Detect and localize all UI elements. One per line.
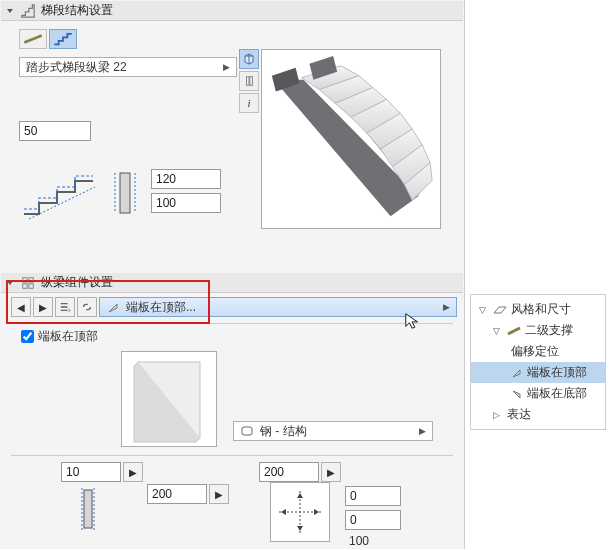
tree-item-secondary[interactable]: ▽ 二级支撑: [471, 320, 605, 341]
section-title: 梯段结构设置: [41, 2, 113, 19]
preview-3d: [261, 49, 441, 229]
collapse-icon: ▼: [5, 279, 15, 287]
profile-side-icon: [113, 169, 137, 217]
profile-step-icon: [19, 169, 99, 221]
offset-x-input[interactable]: [345, 486, 401, 506]
link-button[interactable]: [77, 297, 97, 317]
plate-height-input[interactable]: [259, 462, 319, 482]
svg-rect-2: [120, 173, 130, 213]
plate-width-input[interactable]: [147, 484, 207, 504]
width-step-icon[interactable]: ▶: [209, 484, 229, 504]
tree-item-expression[interactable]: ▷ 表达: [471, 404, 605, 425]
thickness-diagram: [62, 482, 142, 536]
next-button[interactable]: ▶: [33, 297, 53, 317]
svg-rect-7: [23, 283, 27, 287]
chevron-right-icon: ▶: [419, 426, 426, 436]
view-side-icon[interactable]: [239, 71, 259, 91]
svg-rect-13: [84, 490, 92, 528]
endplate-top-icon: [511, 367, 523, 379]
material-preview: [121, 351, 217, 447]
component-type-combo[interactable]: 端板在顶部... ▶: [99, 297, 457, 317]
section-title: 纵梁组件设置: [41, 274, 113, 291]
chevron-right-icon: ▶: [223, 62, 230, 72]
profile-width-input[interactable]: [151, 193, 221, 213]
profile-height-input[interactable]: [151, 169, 221, 189]
tree-item-root[interactable]: ▽ 风格和尺寸: [471, 299, 605, 320]
thickness-step-icon[interactable]: ▶: [123, 462, 143, 482]
stringer-width-input[interactable]: [19, 121, 91, 141]
edit-list-button[interactable]: [55, 297, 75, 317]
endplate-top-icon: [106, 300, 120, 314]
tree-item-endplate-bottom[interactable]: 端板在底部: [471, 383, 605, 404]
style-icon: [493, 304, 507, 316]
endplate-top-checkbox[interactable]: 端板在顶部: [1, 326, 463, 351]
view-info-icon[interactable]: i: [239, 93, 259, 113]
stair-section-icon: [21, 4, 35, 18]
chevron-right-icon: ▶: [443, 302, 450, 312]
stringer-type-label: 踏步式梯段纵梁 22: [26, 59, 127, 76]
mode-btn-step[interactable]: [49, 29, 77, 49]
svg-rect-6: [29, 277, 33, 281]
section-header-component[interactable]: ▼ 纵梁组件设置: [1, 273, 463, 293]
support-icon: [507, 326, 521, 336]
component-toolbar: ◀ ▶ 端板在顶部... ▶: [1, 293, 463, 321]
svg-rect-5: [23, 277, 27, 281]
component-tree-popup: ▽ 风格和尺寸 ▽ 二级支撑 偏移定位 端板在顶部 端板在底部 ▷ 表达: [470, 294, 606, 430]
svg-rect-0: [246, 77, 249, 86]
svg-rect-8: [29, 283, 33, 287]
mode-btn-flat[interactable]: [19, 29, 47, 49]
plate-thickness-input[interactable]: [61, 462, 121, 482]
offset-below-label: 100: [345, 534, 401, 548]
tree-item-endplate-top[interactable]: 端板在顶部: [471, 362, 605, 383]
offset-y-input[interactable]: [345, 510, 401, 530]
view-3d-icon[interactable]: [239, 49, 259, 69]
settings-panel: ▼ 梯段结构设置 踏步式梯段纵梁 22 ▶ i: [0, 0, 465, 549]
endplate-bottom-icon: [511, 388, 523, 400]
svg-rect-10: [242, 427, 252, 435]
tree-item-offset[interactable]: 偏移定位: [471, 341, 605, 362]
height-step-icon[interactable]: ▶: [321, 462, 341, 482]
segment-body: 踏步式梯段纵梁 22 ▶ i: [1, 21, 463, 273]
material-combo[interactable]: 钢 - 结构 ▶: [233, 421, 433, 441]
prev-button[interactable]: ◀: [11, 297, 31, 317]
checkbox-label: 端板在顶部: [38, 328, 98, 345]
component-type-label: 端板在顶部...: [126, 299, 437, 316]
component-icon: [21, 276, 35, 290]
svg-rect-1: [250, 77, 253, 86]
collapse-icon: ▼: [5, 7, 15, 15]
stringer-type-combo[interactable]: 踏步式梯段纵梁 22 ▶: [19, 57, 237, 77]
material-icon: [240, 424, 254, 438]
section-header-segment[interactable]: ▼ 梯段结构设置: [1, 1, 463, 21]
offset-diagram: [270, 482, 330, 542]
material-label: 钢 - 结构: [260, 423, 307, 440]
